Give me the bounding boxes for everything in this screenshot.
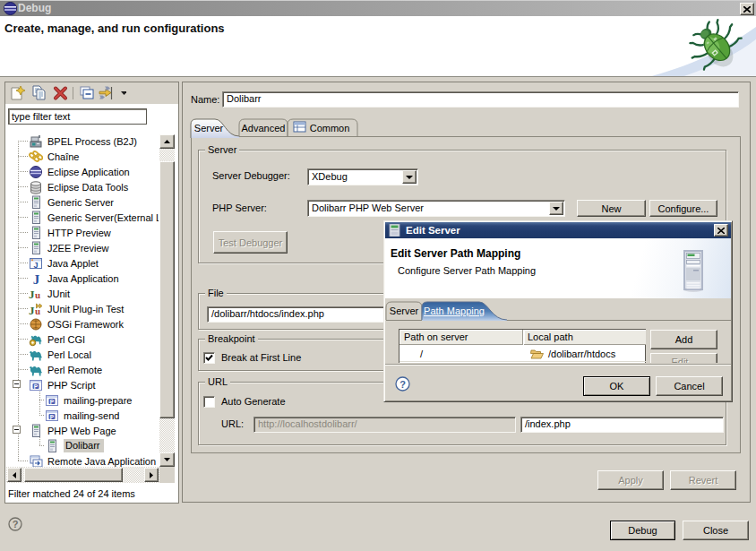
svg-text:J: J <box>33 271 40 286</box>
svg-text:P: P <box>50 398 55 404</box>
svg-text:P: P <box>34 383 39 389</box>
svg-text:Server: Server <box>390 306 419 316</box>
svg-text:J: J <box>29 287 35 300</box>
svg-text:Path Mapping: Path Mapping <box>424 306 485 316</box>
svg-text:P: P <box>50 413 55 419</box>
svg-text:Server: Server <box>194 123 224 133</box>
svg-text:u: u <box>35 288 40 299</box>
svg-text:J: J <box>29 304 35 316</box>
svg-text:Advanced: Advanced <box>242 123 286 133</box>
svg-text:Common: Common <box>310 123 350 133</box>
svg-text:J: J <box>33 260 38 269</box>
svg-text:?: ? <box>399 379 406 390</box>
svg-text:?: ? <box>13 519 19 529</box>
